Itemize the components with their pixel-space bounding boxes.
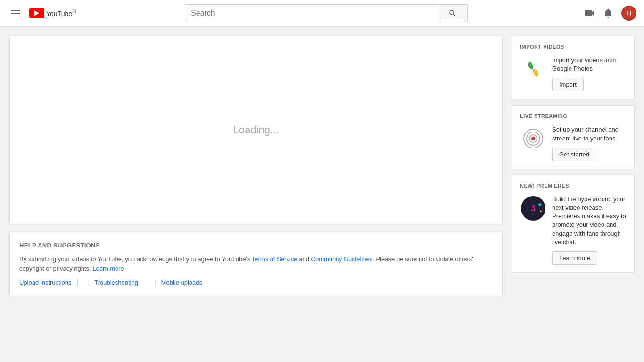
upload-instructions-link[interactable]: Upload instructions [19,279,83,286]
live-streaming-title: LIVE STREAMING [520,113,627,119]
get-started-button[interactable]: Get started [552,148,596,161]
import-videos-card: IMPORT VIDEOS [512,36,635,99]
live-streaming-card: LIVE STREAMING Set up your cha [512,105,635,169]
youtube-logo[interactable]: YouTubeFI [29,8,76,18]
community-guidelines-link[interactable]: Community Guidelines [311,255,373,263]
terms-of-service-link[interactable]: Terms of Service [252,255,297,263]
logo-country: FI [72,9,76,14]
premieres-card: NEW! PREMIERES 3 [512,175,635,273]
live-streaming-desc: Set up your channel and stream live to y… [552,125,627,142]
search-form [185,4,468,22]
header: YouTubeFI H [0,0,644,26]
mobile-uploads-link[interactable]: Mobile uploads [161,279,202,286]
upload-section: Loading... HELP AND SUGGESTIONS By submi… [9,36,503,296]
notifications-icon[interactable] [603,8,614,19]
upload-icon[interactable] [584,8,595,19]
help-title: HELP AND SUGGESTIONS [19,242,493,249]
search-button[interactable] [438,4,468,22]
learn-more-link[interactable]: Learn more [92,265,124,272]
help-section: HELP AND SUGGESTIONS By submitting your … [9,232,503,296]
svg-point-1 [531,137,535,140]
premieres-desc: Build the hype around your next video re… [552,195,627,247]
youtube-logo-text: YouTubeFI [46,9,76,17]
premieres-title: NEW! PREMIERES [520,183,627,189]
hamburger-menu[interactable] [8,6,24,20]
import-button[interactable]: Import [552,78,584,91]
import-videos-content: Import your videos from Google Photos Im… [520,56,627,91]
premieres-text: Build the hype around your next video re… [552,195,627,265]
help-links-list: Upload instructions | Troubleshooting | … [19,279,493,286]
help-body-text: By submitting your videos to YouTube, yo… [19,255,493,273]
import-videos-text: Import your videos from Google Photos Im… [552,56,627,91]
svg-point-8 [540,210,542,212]
loading-text: Loading... [233,124,279,136]
svg-point-7 [538,203,541,206]
logo-wordmark: YouTube [46,10,72,17]
premieres-icon: 3 [520,195,546,222]
svg-text:3: 3 [531,204,536,213]
premieres-content: 3 Build the hype around your next video … [520,195,627,265]
avatar[interactable]: H [621,6,636,21]
search-input[interactable] [185,4,438,22]
troubleshooting-link[interactable]: Troubleshooting [94,279,150,286]
live-streaming-text: Set up your channel and stream live to y… [552,125,627,161]
google-photos-icon [520,56,546,82]
right-sidebar: IMPORT VIDEOS [512,36,635,273]
live-streaming-icon [520,125,546,152]
import-videos-desc: Import your videos from Google Photos [552,56,627,73]
main-layout: Loading... HELP AND SUGGESTIONS By submi… [0,26,644,362]
upload-box: Loading... [9,36,503,224]
content-area: Loading... HELP AND SUGGESTIONS By submi… [0,26,644,362]
live-streaming-content: Set up your channel and stream live to y… [520,125,627,161]
import-videos-title: IMPORT VIDEOS [520,44,627,49]
youtube-logo-icon [29,8,44,18]
learn-more-button[interactable]: Learn more [552,251,597,265]
